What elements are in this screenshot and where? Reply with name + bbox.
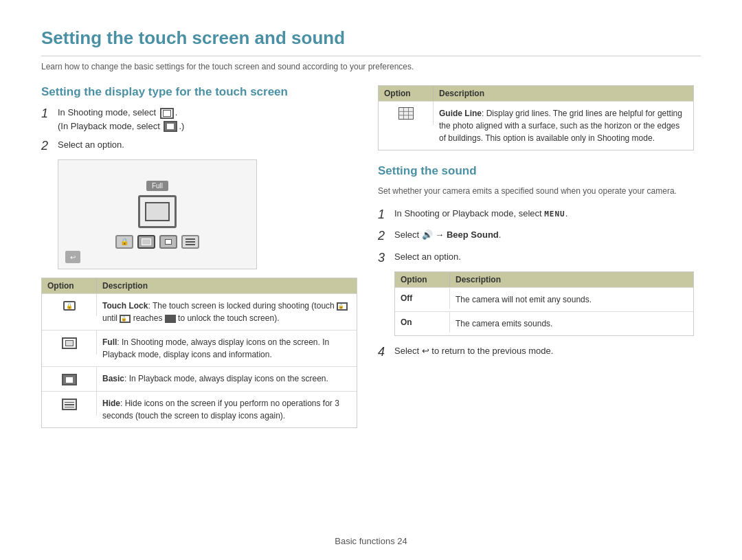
- sound-step-1-number: 1: [378, 207, 389, 223]
- footer-text: Basic functions 24: [335, 536, 407, 546]
- table-row-touch-lock: 🔒 Touch Lock: The touch screen is locked…: [42, 293, 357, 330]
- sound-table-th-option: Option: [395, 272, 450, 287]
- sound-table: Option Description Off The camera will n…: [394, 271, 694, 336]
- step-1: 1 In Shooting mode, select . (In Playbac…: [41, 106, 357, 133]
- sound-step-1-text: In Shooting or Playback mode, select MEN…: [394, 207, 567, 221]
- sound-step-1: 1 In Shooting or Playback mode, select M…: [378, 207, 694, 223]
- sound-step-4-text: Select ↩ to return to the previous mode.: [394, 344, 553, 358]
- step-2-text: Select an option.: [58, 138, 124, 152]
- sound-step-2-number: 2: [378, 228, 389, 244]
- left-table: Option Description 🔒 Touch Lock: The tou…: [41, 278, 357, 428]
- icon-hide: [42, 392, 97, 416]
- grid-icon: [398, 107, 414, 120]
- sound-table-row-on: On The camera emits sounds.: [395, 311, 693, 335]
- sound-desc-off: The camera will not emit any sounds.: [450, 288, 693, 311]
- sound-section-title: Setting the sound: [378, 164, 694, 178]
- footer: Basic functions 24: [0, 536, 742, 546]
- table-row-full: Full: In Shooting mode, always display i…: [42, 330, 357, 366]
- table-row-basic: Basic: In Playback mode, always display …: [42, 366, 357, 391]
- svg-rect-0: [399, 108, 413, 119]
- sound-desc-on: The camera emits sounds.: [450, 312, 693, 335]
- sound-step-3: 3 Select an option.: [378, 250, 694, 266]
- demo-full-label: Full: [146, 181, 168, 191]
- main-content: Setting the display type for the touch s…: [41, 85, 701, 439]
- table-row-hide: Hide: Hide icons on the screen if you pe…: [42, 391, 357, 427]
- step-1-number: 1: [41, 106, 52, 122]
- demo-icon-lock: 🔒: [115, 235, 133, 249]
- sound-table-th-desc: Description: [450, 272, 506, 287]
- sound-option-on: On: [395, 312, 450, 333]
- left-table-th-option: Option: [42, 278, 97, 293]
- icon-basic: [42, 367, 97, 391]
- right-table-header: Option Description: [379, 86, 693, 101]
- left-table-header: Option Description: [42, 278, 357, 293]
- icon-touch-lock: 🔒: [42, 294, 97, 316]
- page-title: Setting the touch screen and sound: [41, 27, 701, 56]
- step-2-number: 2: [41, 138, 52, 154]
- demo-icons-row: 🔒: [115, 235, 199, 249]
- sound-step-2: 2 Select 🔊 → Beep Sound.: [378, 228, 694, 244]
- sound-section: Setting the sound Set whether your camer…: [378, 164, 694, 361]
- step-1-text: In Shooting mode, select . (In Playback …: [58, 106, 184, 133]
- right-table-th-desc: Description: [434, 86, 490, 101]
- sound-step-4-number: 4: [378, 344, 389, 360]
- demo-main-icon: [138, 195, 177, 228]
- step-2: 2 Select an option.: [41, 138, 357, 154]
- demo-back-button: ↩: [65, 251, 80, 263]
- sound-step-3-number: 3: [378, 250, 389, 266]
- sound-table-row-off: Off The camera will not emit any sounds.: [395, 287, 693, 311]
- right-table-th-option: Option: [379, 86, 434, 101]
- icon-full: [42, 331, 97, 355]
- demo-icon-basic: [159, 235, 177, 249]
- desc-full: Full: In Shooting mode, always display i…: [97, 331, 357, 366]
- right-top-table: Option Description: [378, 85, 694, 150]
- sound-option-off: Off: [395, 288, 450, 309]
- sound-step-2-text: Select 🔊 → Beep Sound.: [394, 228, 501, 242]
- sound-section-desc: Set whether your camera emits a specifie…: [378, 185, 694, 197]
- icon-guide-line: [379, 102, 434, 125]
- sound-table-header: Option Description: [395, 272, 693, 287]
- menu-icon: MENU: [544, 210, 565, 219]
- desc-guide-line: Guide Line: Display grid lines. The grid…: [434, 102, 693, 150]
- demo-icon-full: [137, 235, 155, 249]
- page-subtitle: Learn how to change the basic settings f…: [41, 62, 701, 71]
- right-column: Option Description: [378, 85, 694, 439]
- left-table-th-desc: Description: [97, 278, 153, 293]
- demo-icon-hide: [181, 235, 199, 249]
- desc-touch-lock: Touch Lock: The touch screen is locked d…: [97, 294, 357, 330]
- desc-hide: Hide: Hide icons on the screen if you pe…: [97, 392, 357, 427]
- table-row-guide-line: Guide Line: Display grid lines. The grid…: [379, 101, 693, 150]
- left-section-title: Setting the display type for the touch s…: [41, 85, 357, 99]
- sound-step-4: 4 Select ↩ to return to the previous mod…: [378, 344, 694, 360]
- page-container: Setting the touch screen and sound Learn…: [0, 0, 742, 560]
- sound-step-3-text: Select an option.: [394, 250, 461, 264]
- left-column: Setting the display type for the touch s…: [41, 85, 357, 439]
- desc-basic: Basic: In Playback mode, always display …: [97, 367, 357, 390]
- demo-box: Full 🔒: [58, 159, 257, 269]
